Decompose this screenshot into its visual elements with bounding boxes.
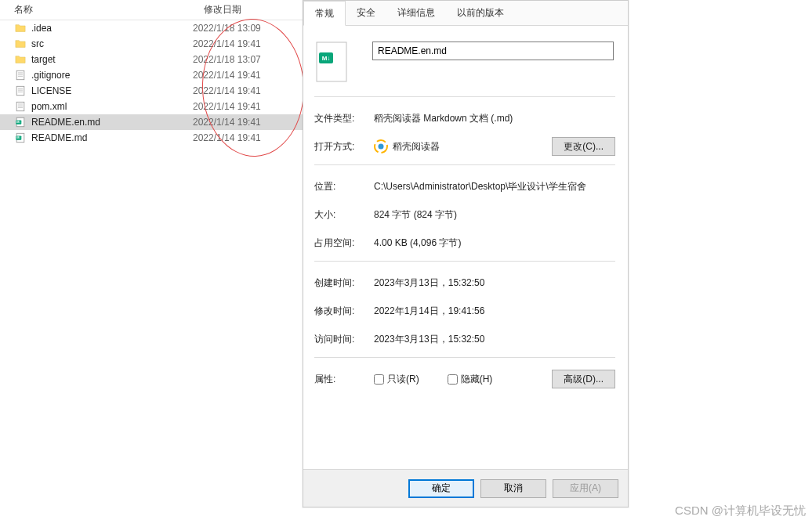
svg-rect-8	[16, 102, 24, 110]
markdown-file-icon: M↓	[316, 42, 347, 82]
properties-dialog: 常规 安全 详细信息 以前的版本 M↓ 文件类型: 稻壳阅读器 Markdown…	[303, 0, 629, 507]
value-accessed: 2023年3月13日，15:32:50	[374, 333, 615, 346]
svg-point-22	[379, 144, 384, 150]
divider	[314, 164, 615, 165]
hidden-checkbox[interactable]: 隐藏(H)	[448, 373, 493, 386]
readonly-checkbox[interactable]: 只读(R)	[374, 373, 419, 386]
file-name: LICENSE	[31, 85, 193, 96]
label-size: 大小:	[314, 208, 374, 222]
tab-previous-versions[interactable]: 以前的版本	[446, 1, 515, 25]
tab-security[interactable]: 安全	[346, 1, 386, 25]
file-date: 2022/1/14 19:41	[193, 117, 261, 128]
value-filetype: 稻壳阅读器 Markdown 文档 (.md)	[374, 112, 615, 125]
readonly-checkbox-input[interactable]	[374, 374, 384, 385]
text-file-icon	[14, 85, 27, 97]
value-modified: 2022年1月14日，19:41:56	[374, 305, 615, 318]
cancel-button[interactable]: 取消	[480, 479, 546, 498]
value-size: 824 字节 (824 字节)	[374, 208, 615, 222]
readonly-label: 只读(R)	[387, 373, 419, 386]
file-list-pane: 名称 修改日期 .idea2022/1/18 13:09src2022/1/14…	[0, 0, 303, 520]
ok-button[interactable]: 确定	[408, 479, 474, 498]
dialog-footer: 确定 取消 应用(A)	[303, 469, 628, 507]
file-row[interactable]: M↓README.en.md2022/1/14 19:41	[0, 114, 303, 130]
file-date: 2022/1/18 13:09	[193, 23, 261, 34]
file-row[interactable]: .gitignore2022/1/14 19:41	[0, 67, 303, 83]
file-date: 2022/1/14 19:41	[193, 70, 261, 81]
divider	[314, 357, 615, 358]
value-created: 2023年3月13日，15:32:50	[374, 276, 615, 290]
svg-rect-4	[16, 86, 24, 95]
file-name: .idea	[31, 23, 193, 34]
svg-text:M↓: M↓	[322, 55, 331, 62]
tab-details[interactable]: 详细信息	[386, 1, 446, 25]
hidden-checkbox-input[interactable]	[448, 374, 458, 385]
label-created: 创建时间:	[314, 276, 374, 290]
file-row[interactable]: .idea2022/1/18 13:09	[0, 20, 303, 36]
value-size-on-disk: 4.00 KB (4,096 字节)	[374, 237, 615, 250]
label-modified: 修改时间:	[314, 305, 374, 318]
divider	[314, 261, 615, 262]
svg-text:M↓: M↓	[16, 120, 20, 124]
file-row[interactable]: target2022/1/18 13:07	[0, 52, 303, 67]
svg-rect-0	[16, 70, 24, 79]
file-date: 2022/1/14 19:41	[193, 85, 261, 96]
column-header-name[interactable]: 名称	[0, 3, 180, 16]
label-location: 位置:	[314, 180, 374, 193]
file-name: README.en.md	[31, 117, 193, 128]
file-row[interactable]: LICENSE2022/1/14 19:41	[0, 83, 303, 99]
file-row[interactable]: pom.xml2022/1/14 19:41	[0, 99, 303, 114]
value-openwith: 稻壳阅读器	[393, 140, 440, 153]
file-date: 2022/1/14 19:41	[193, 38, 261, 49]
column-header-date[interactable]: 修改日期	[180, 3, 282, 16]
label-openwith: 打开方式:	[314, 140, 374, 153]
file-date: 2022/1/18 13:07	[193, 54, 261, 65]
label-attributes: 属性:	[314, 373, 374, 386]
file-name: pom.xml	[31, 101, 193, 112]
file-name: target	[31, 54, 193, 65]
file-name: README.md	[31, 132, 193, 143]
text-file-icon	[14, 100, 27, 113]
apply-button[interactable]: 应用(A)	[553, 479, 618, 498]
app-icon	[374, 139, 388, 153]
folder-icon	[14, 53, 27, 66]
hidden-label: 隐藏(H)	[461, 373, 493, 386]
svg-text:M↓: M↓	[16, 135, 20, 139]
value-location: C:\Users\Administrator\Desktop\毕业设计\学生宿舍	[374, 180, 615, 193]
change-button[interactable]: 更改(C)...	[552, 137, 615, 156]
dialog-tabs: 常规 安全 详细信息 以前的版本	[303, 1, 628, 26]
md-file-icon: M↓	[14, 116, 27, 128]
text-file-icon	[14, 69, 27, 81]
file-row[interactable]: src2022/1/14 19:41	[0, 36, 303, 52]
folder-icon	[14, 38, 27, 50]
file-list-header: 名称 修改日期	[0, 0, 303, 20]
filename-input[interactable]	[372, 42, 614, 60]
divider	[314, 96, 615, 97]
file-name: src	[31, 38, 193, 49]
label-size-on-disk: 占用空间:	[314, 237, 374, 250]
md-file-icon: M↓	[14, 132, 27, 144]
file-date: 2022/1/14 19:41	[193, 132, 261, 143]
folder-icon	[14, 22, 27, 34]
advanced-button[interactable]: 高级(D)...	[552, 370, 615, 388]
watermark: CSDN @计算机毕设无忧	[675, 504, 806, 518]
file-name: .gitignore	[31, 70, 193, 81]
label-accessed: 访问时间:	[314, 333, 374, 346]
label-filetype: 文件类型:	[314, 112, 374, 125]
file-date: 2022/1/14 19:41	[193, 101, 261, 112]
file-row[interactable]: M↓README.md2022/1/14 19:41	[0, 130, 303, 146]
tab-general[interactable]: 常规	[303, 1, 346, 26]
